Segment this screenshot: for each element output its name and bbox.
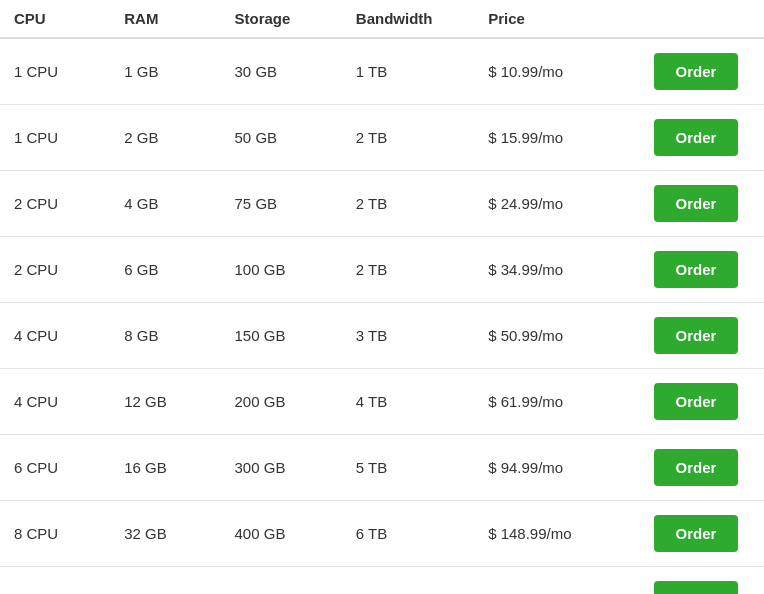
header-storage: Storage <box>221 0 342 38</box>
order-button[interactable]: Order <box>654 53 739 90</box>
pricing-table: CPU RAM Storage Bandwidth Price 1 CPU1 G… <box>0 0 764 594</box>
cell-price: $ 15.99/mo <box>474 105 639 171</box>
cell-ram: 2 GB <box>110 105 220 171</box>
cell-action: Order <box>640 38 764 105</box>
cell-price: $ 250.99/mo <box>474 567 639 595</box>
table-row: 4 CPU8 GB150 GB3 TB$ 50.99/moOrder <box>0 303 764 369</box>
cell-action: Order <box>640 369 764 435</box>
cell-storage: 200 GB <box>221 369 342 435</box>
cell-storage: 30 GB <box>221 38 342 105</box>
cell-price: $ 50.99/mo <box>474 303 639 369</box>
cell-cpu: 6 CPU <box>0 435 110 501</box>
cell-bandwidth: 2 TB <box>342 171 474 237</box>
cell-storage: 50 GB <box>221 105 342 171</box>
order-button[interactable]: Order <box>654 449 739 486</box>
cell-ram: 64 GB <box>110 567 220 595</box>
cell-storage: 300 GB <box>221 435 342 501</box>
cell-cpu: 4 CPU <box>0 303 110 369</box>
cell-bandwidth: 5 TB <box>342 435 474 501</box>
cell-bandwidth: 2 TB <box>342 105 474 171</box>
cell-bandwidth: 8 TB <box>342 567 474 595</box>
header-ram: RAM <box>110 0 220 38</box>
cell-cpu: 2 CPU <box>0 171 110 237</box>
cell-ram: 16 GB <box>110 435 220 501</box>
cell-price: $ 24.99/mo <box>474 171 639 237</box>
cell-action: Order <box>640 501 764 567</box>
cell-bandwidth: 2 TB <box>342 237 474 303</box>
cell-storage: 75 GB <box>221 171 342 237</box>
cell-ram: 12 GB <box>110 369 220 435</box>
cell-price: $ 61.99/mo <box>474 369 639 435</box>
table-row: 2 CPU4 GB75 GB2 TB$ 24.99/moOrder <box>0 171 764 237</box>
cell-bandwidth: 4 TB <box>342 369 474 435</box>
order-button[interactable]: Order <box>654 251 739 288</box>
cell-cpu: 2 CPU <box>0 237 110 303</box>
cell-storage: 400 GB <box>221 501 342 567</box>
order-button[interactable]: Order <box>654 515 739 552</box>
table-row: 6 CPU16 GB300 GB5 TB$ 94.99/moOrder <box>0 435 764 501</box>
cell-ram: 32 GB <box>110 501 220 567</box>
cell-bandwidth: 6 TB <box>342 501 474 567</box>
cell-cpu: 1 CPU <box>0 38 110 105</box>
cell-price: $ 34.99/mo <box>474 237 639 303</box>
cell-action: Order <box>640 567 764 595</box>
header-price: Price <box>474 0 639 38</box>
cell-price: $ 10.99/mo <box>474 38 639 105</box>
cell-ram: 4 GB <box>110 171 220 237</box>
cell-action: Order <box>640 435 764 501</box>
cell-storage: 150 GB <box>221 303 342 369</box>
cell-price: $ 148.99/mo <box>474 501 639 567</box>
header-bandwidth: Bandwidth <box>342 0 474 38</box>
table-header-row: CPU RAM Storage Bandwidth Price <box>0 0 764 38</box>
cell-bandwidth: 3 TB <box>342 303 474 369</box>
cell-ram: 6 GB <box>110 237 220 303</box>
cell-action: Order <box>640 105 764 171</box>
cell-cpu: 8 CPU <box>0 501 110 567</box>
header-action <box>640 0 764 38</box>
order-button[interactable]: Order <box>654 185 739 222</box>
table-row: 12 CPU64 GB500 GB8 TB$ 250.99/moOrder <box>0 567 764 595</box>
cell-storage: 500 GB <box>221 567 342 595</box>
cell-cpu: 4 CPU <box>0 369 110 435</box>
table-row: 1 CPU2 GB50 GB2 TB$ 15.99/moOrder <box>0 105 764 171</box>
table-row: 2 CPU6 GB100 GB2 TB$ 34.99/moOrder <box>0 237 764 303</box>
cell-bandwidth: 1 TB <box>342 38 474 105</box>
cell-action: Order <box>640 237 764 303</box>
table-row: 8 CPU32 GB400 GB6 TB$ 148.99/moOrder <box>0 501 764 567</box>
table-row: 4 CPU12 GB200 GB4 TB$ 61.99/moOrder <box>0 369 764 435</box>
pricing-table-container: CPU RAM Storage Bandwidth Price 1 CPU1 G… <box>0 0 764 594</box>
cell-storage: 100 GB <box>221 237 342 303</box>
cell-cpu: 12 CPU <box>0 567 110 595</box>
cell-cpu: 1 CPU <box>0 105 110 171</box>
cell-ram: 1 GB <box>110 38 220 105</box>
order-button[interactable]: Order <box>654 119 739 156</box>
table-row: 1 CPU1 GB30 GB1 TB$ 10.99/moOrder <box>0 38 764 105</box>
cell-action: Order <box>640 303 764 369</box>
order-button[interactable]: Order <box>654 581 739 594</box>
order-button[interactable]: Order <box>654 317 739 354</box>
cell-ram: 8 GB <box>110 303 220 369</box>
cell-action: Order <box>640 171 764 237</box>
order-button[interactable]: Order <box>654 383 739 420</box>
cell-price: $ 94.99/mo <box>474 435 639 501</box>
header-cpu: CPU <box>0 0 110 38</box>
